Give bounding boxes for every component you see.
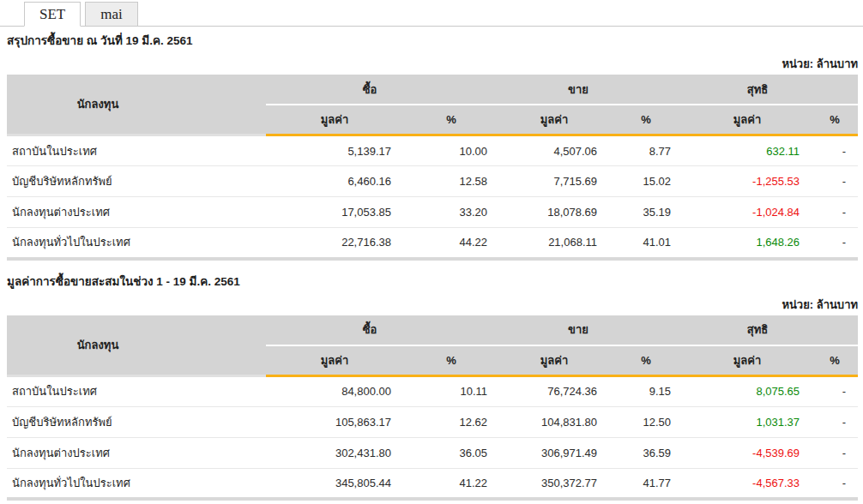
net-value-cell: -1,255.53 xyxy=(683,166,812,197)
investor-type-label: สถาบันในประเทศ xyxy=(7,375,266,406)
subheader-buy-percent: % xyxy=(403,345,499,376)
unit-label: หน่วย: ล้านบาท xyxy=(7,57,858,71)
tab-set[interactable]: SET xyxy=(24,2,81,27)
subheader-sell-percent: % xyxy=(609,345,683,376)
buy-percent-cell: 36.05 xyxy=(403,437,499,468)
buy-percent-cell: 10.00 xyxy=(403,135,499,166)
table-row: นักลงทุนทั่วไปในประเทศ 345,805.44 41.22 … xyxy=(7,468,858,499)
buy-value-cell: 345,805.44 xyxy=(266,468,403,499)
net-value-cell: -4,567.33 xyxy=(683,468,812,499)
buy-value-cell: 17,053.85 xyxy=(266,197,403,228)
summary-section: มูลค่าการซื้อขายสะสมในช่วง 1 - 19 มี.ค. … xyxy=(7,274,858,501)
column-group-net: สุทธิ xyxy=(683,315,858,345)
net-value-cell: 1,648.26 xyxy=(683,228,812,259)
sell-value-cell: 76,724.36 xyxy=(499,375,609,406)
net-percent-cell: - xyxy=(812,197,858,228)
tab-bar: SET mai xyxy=(0,0,863,27)
subheader-net-value: มูลค่า xyxy=(683,345,812,376)
net-percent-cell: - xyxy=(812,375,858,406)
sell-percent-cell: 36.59 xyxy=(609,437,683,468)
column-group-buy: ซื้อ xyxy=(266,75,499,105)
subheader-buy-value: มูลค่า xyxy=(266,345,403,376)
section-title: มูลค่าการซื้อขายสะสมในช่วง 1 - 19 มี.ค. … xyxy=(7,274,858,290)
column-group-sell: ขาย xyxy=(499,75,683,105)
investor-type-label: บัญชีบริษัทหลักทรัพย์ xyxy=(7,406,266,437)
investor-type-label: บัญชีบริษัทหลักทรัพย์ xyxy=(7,166,266,197)
table-row: บัญชีบริษัทหลักทรัพย์ 105,863.17 12.62 1… xyxy=(7,406,858,437)
net-percent-cell: - xyxy=(812,166,858,197)
sell-percent-cell: 12.50 xyxy=(609,406,683,437)
net-value-cell: 8,075.65 xyxy=(683,375,812,406)
column-group-net: สุทธิ xyxy=(683,75,858,105)
column-group-sell: ขาย xyxy=(499,315,683,345)
net-percent-cell: - xyxy=(812,228,858,259)
table-row: สถาบันในประเทศ 84,800.00 10.11 76,724.36… xyxy=(7,375,858,406)
buy-value-cell: 6,460.16 xyxy=(266,166,403,197)
net-value-cell: -1,024.84 xyxy=(683,197,812,228)
table-row: บัญชีบริษัทหลักทรัพย์ 6,460.16 12.58 7,7… xyxy=(7,166,858,197)
table-row: สถาบันในประเทศ 5,139.17 10.00 4,507.06 8… xyxy=(7,135,858,166)
investor-summary-table: นักลงทุน ซื้อ ขาย สุทธิ มูลค่า % มูลค่า … xyxy=(7,315,858,501)
subheader-net-value: มูลค่า xyxy=(683,105,812,135)
subheader-sell-value: มูลค่า xyxy=(499,105,609,135)
sell-percent-cell: 9.15 xyxy=(609,375,683,406)
net-percent-cell: - xyxy=(812,437,858,468)
column-header-investor: นักลงทุน xyxy=(7,75,266,135)
subheader-buy-value: มูลค่า xyxy=(266,105,403,135)
summary-section: สรุปการซื้อขาย ณ วันที่ 19 มี.ค. 2561 หน… xyxy=(7,33,858,261)
sell-value-cell: 4,507.06 xyxy=(499,135,609,166)
net-percent-cell: - xyxy=(812,135,858,166)
table-row: นักลงทุนทั่วไปในประเทศ 22,716.38 44.22 2… xyxy=(7,228,858,259)
sell-value-cell: 18,078.69 xyxy=(499,197,609,228)
buy-value-cell: 5,139.17 xyxy=(266,135,403,166)
net-percent-cell: - xyxy=(812,468,858,499)
subheader-buy-percent: % xyxy=(403,105,499,135)
sell-value-cell: 104,831.80 xyxy=(499,406,609,437)
sell-percent-cell: 8.77 xyxy=(609,135,683,166)
sell-value-cell: 7,715.69 xyxy=(499,166,609,197)
sell-percent-cell: 41.77 xyxy=(609,468,683,499)
investor-type-label: นักลงทุนต่างประเทศ xyxy=(7,437,266,468)
buy-percent-cell: 10.11 xyxy=(403,375,499,406)
table-row: นักลงทุนต่างประเทศ 17,053.85 33.20 18,07… xyxy=(7,197,858,228)
buy-value-cell: 84,800.00 xyxy=(266,375,403,406)
net-value-cell: 1,031.37 xyxy=(683,406,812,437)
section-title: สรุปการซื้อขาย ณ วันที่ 19 มี.ค. 2561 xyxy=(7,33,858,49)
net-value-cell: 632.11 xyxy=(683,135,812,166)
sell-percent-cell: 41.01 xyxy=(609,228,683,259)
sell-value-cell: 350,372.77 xyxy=(499,468,609,499)
buy-percent-cell: 12.58 xyxy=(403,166,499,197)
subheader-sell-value: มูลค่า xyxy=(499,345,609,376)
subheader-net-percent: % xyxy=(812,345,858,376)
net-value-cell: -4,539.69 xyxy=(683,437,812,468)
sell-value-cell: 21,068.11 xyxy=(499,228,609,259)
table-row: นักลงทุนต่างประเทศ 302,431.80 36.05 306,… xyxy=(7,437,858,468)
subheader-sell-percent: % xyxy=(609,105,683,135)
buy-value-cell: 302,431.80 xyxy=(266,437,403,468)
investor-type-label: นักลงทุนต่างประเทศ xyxy=(7,197,266,228)
tab-mai[interactable]: mai xyxy=(85,2,138,27)
investor-type-label: สถาบันในประเทศ xyxy=(7,135,266,166)
sell-value-cell: 306,971.49 xyxy=(499,437,609,468)
buy-percent-cell: 44.22 xyxy=(403,228,499,259)
buy-percent-cell: 33.20 xyxy=(403,197,499,228)
sell-percent-cell: 15.02 xyxy=(609,166,683,197)
column-header-investor: นักลงทุน xyxy=(7,315,266,376)
column-group-buy: ซื้อ xyxy=(266,315,499,345)
buy-percent-cell: 12.62 xyxy=(403,406,499,437)
sell-percent-cell: 35.19 xyxy=(609,197,683,228)
buy-percent-cell: 41.22 xyxy=(403,468,499,499)
unit-label: หน่วย: ล้านบาท xyxy=(7,298,858,312)
subheader-net-percent: % xyxy=(812,105,858,135)
investor-type-label: นักลงทุนทั่วไปในประเทศ xyxy=(7,228,266,259)
page-content: สรุปการซื้อขาย ณ วันที่ 19 มี.ค. 2561 หน… xyxy=(0,33,863,501)
investor-summary-table: นักลงทุน ซื้อ ขาย สุทธิ มูลค่า % มูลค่า … xyxy=(7,75,858,261)
investor-type-label: นักลงทุนทั่วไปในประเทศ xyxy=(7,468,266,499)
buy-value-cell: 22,716.38 xyxy=(266,228,403,259)
buy-value-cell: 105,863.17 xyxy=(266,406,403,437)
net-percent-cell: - xyxy=(812,406,858,437)
